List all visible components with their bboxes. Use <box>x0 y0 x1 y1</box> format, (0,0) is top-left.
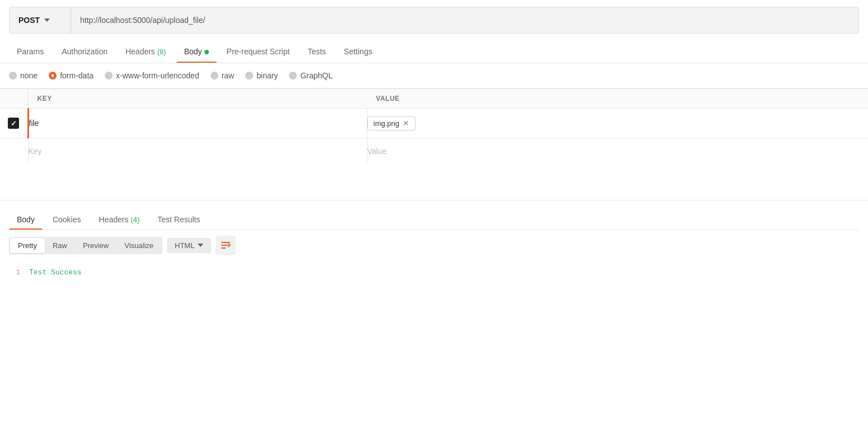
response-tab-cookies[interactable]: Cookies <box>45 209 89 230</box>
format-tabs: Pretty Raw Preview Visualize <box>9 237 162 254</box>
spacer <box>0 164 868 191</box>
wrap-icon <box>220 240 231 250</box>
headers-badge: (8) <box>157 48 166 56</box>
radio-none[interactable]: none <box>9 71 38 80</box>
section-divider <box>0 200 868 200</box>
response-tab-body[interactable]: Body <box>9 209 43 230</box>
radio-circle-binary <box>245 72 253 80</box>
format-tab-raw[interactable]: Raw <box>45 238 75 253</box>
radio-binary[interactable]: binary <box>245 71 278 80</box>
request-tabs: Params Authorization Headers (8) Body Pr… <box>0 40 868 63</box>
radio-urlencoded[interactable]: x-www-form-urlencoded <box>105 71 199 80</box>
tab-tests[interactable]: Tests <box>300 40 334 63</box>
tab-params[interactable]: Params <box>9 40 52 63</box>
radio-form-data[interactable]: form-data <box>49 71 94 80</box>
format-tab-visualize[interactable]: Visualize <box>116 238 161 253</box>
radio-raw[interactable]: raw <box>211 71 235 80</box>
file-remove-icon[interactable]: ✕ <box>403 119 409 127</box>
row-value-cell: img.png ✕ <box>367 109 868 138</box>
form-data-table: KEY VALUE file img.png ✕ <box>0 88 868 164</box>
response-section: Body Cookies Headers (4) Test Results Pr… <box>0 209 868 284</box>
table-header-key: KEY <box>28 89 367 109</box>
table-header-value: VALUE <box>367 89 868 109</box>
response-tab-headers[interactable]: Headers (4) <box>91 209 148 230</box>
row-checkbox[interactable] <box>8 118 19 129</box>
tab-headers[interactable]: Headers (8) <box>118 40 174 63</box>
tab-settings[interactable]: Settings <box>336 40 380 63</box>
format-tab-pretty[interactable]: Pretty <box>10 238 45 253</box>
method-selector[interactable]: POST <box>10 7 71 33</box>
empty-key-cell[interactable]: Key <box>28 138 367 165</box>
file-badge: img.png ✕ <box>367 116 416 130</box>
table-row: file img.png ✕ <box>0 109 868 138</box>
code-line-1: 1 Test Success <box>9 267 859 278</box>
tab-authorization[interactable]: Authorization <box>54 40 115 63</box>
radio-circle-graphql <box>289 72 297 80</box>
method-chevron-icon <box>44 18 50 22</box>
row-checkbox-cell <box>0 109 28 138</box>
response-tabs: Body Cookies Headers (4) Test Results <box>9 209 859 230</box>
url-bar: POST <box>9 7 859 34</box>
radio-graphql[interactable]: GraphQL <box>289 71 333 80</box>
row-key-cell[interactable]: file <box>28 109 367 138</box>
empty-checkbox-cell <box>0 138 28 165</box>
body-type-options: none form-data x-www-form-urlencoded raw… <box>0 63 868 88</box>
radio-circle-none <box>9 72 17 80</box>
radio-circle-raw <box>211 72 218 80</box>
response-tab-test-results[interactable]: Test Results <box>150 209 208 230</box>
code-output: 1 Test Success <box>9 260 859 284</box>
lang-chevron-icon <box>198 244 203 247</box>
body-active-dot <box>204 50 209 54</box>
table-empty-row: Key Value <box>0 138 868 165</box>
tab-pre-request[interactable]: Pre-request Script <box>219 40 298 63</box>
wrap-button[interactable] <box>216 236 236 255</box>
table-header-checkbox-col <box>0 89 28 109</box>
format-tab-preview[interactable]: Preview <box>75 238 116 253</box>
method-label: POST <box>18 16 40 25</box>
radio-circle-form-data <box>49 72 57 80</box>
response-toolbar: Pretty Raw Preview Visualize HTML <box>9 230 859 260</box>
url-input[interactable] <box>71 16 858 25</box>
response-headers-badge: (4) <box>130 216 139 224</box>
lang-selector[interactable]: HTML <box>167 238 211 253</box>
tab-body[interactable]: Body <box>176 40 217 63</box>
radio-circle-urlencoded <box>105 72 113 80</box>
empty-value-cell[interactable]: Value <box>367 138 868 165</box>
